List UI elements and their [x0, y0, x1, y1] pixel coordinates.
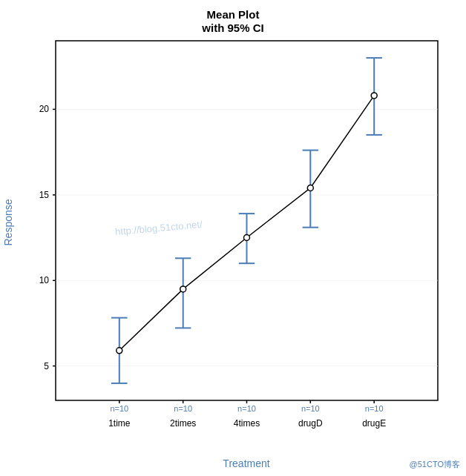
x-tick-1: 1time	[108, 418, 131, 429]
chart-title-line1: Mean Plot	[207, 8, 260, 21]
svg-point-33	[371, 93, 377, 99]
y-axis-label: Response	[2, 199, 14, 245]
svg-point-29	[116, 348, 122, 354]
copyright: @51CTO博客	[410, 459, 460, 470]
svg-text:20: 20	[39, 104, 50, 114]
x-tick-3: 4times	[234, 418, 260, 429]
chart-title-line2: with 95% CI	[201, 22, 263, 34]
n-label-1: n=10	[110, 404, 128, 413]
n-label-4: n=10	[301, 404, 320, 413]
x-axis-label: Treatment	[223, 457, 269, 469]
svg-point-32	[307, 185, 313, 191]
x-tick-4: drugD	[298, 418, 323, 429]
svg-text:5: 5	[44, 361, 49, 371]
svg-text:15: 15	[39, 190, 50, 200]
n-label-3: n=10	[237, 404, 256, 413]
svg-point-31	[244, 235, 250, 241]
chart-container: Mean Plot with 95% CI Response Treatment…	[0, 0, 466, 476]
x-tick-5: drugE	[362, 418, 386, 429]
svg-text:10: 10	[39, 275, 50, 285]
svg-point-30	[180, 286, 186, 292]
n-label-5: n=10	[365, 404, 384, 413]
x-tick-2: 2times	[170, 418, 196, 429]
n-label-2: n=10	[174, 404, 192, 413]
